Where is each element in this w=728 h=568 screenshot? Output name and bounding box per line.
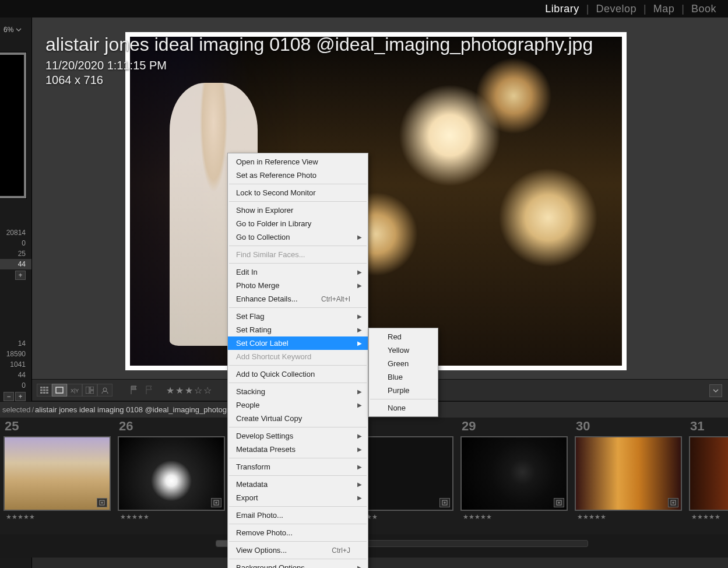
ctx-separator	[229, 263, 367, 264]
filmstrip-cell[interactable]: 31★★★★★	[685, 418, 728, 528]
compare-view-icon[interactable]: X|Y	[67, 384, 82, 397]
toolbar-menu-button[interactable]	[709, 384, 722, 397]
chevron-down-icon	[713, 388, 719, 394]
grid-view-icon[interactable]	[37, 384, 52, 397]
ctx-remove-photo[interactable]: Remove Photo...	[228, 526, 368, 539]
context-menu: Open in Reference View Set as Reference …	[227, 153, 368, 568]
ctx-transform[interactable]: Transform▶	[228, 460, 368, 474]
ctx-set-rating[interactable]: Set Rating▶	[228, 323, 368, 336]
submenu-arrow-icon: ▶	[357, 234, 362, 240]
count-value: 20814	[0, 227, 31, 238]
zoom-indicator[interactable]: 6%	[3, 26, 22, 34]
count-value-selected[interactable]: 44	[0, 259, 31, 269]
ctx-separator	[229, 383, 367, 383]
filmstrip-rating[interactable]: ★★★★★	[687, 511, 728, 521]
metadata-badge-icon[interactable]	[668, 498, 678, 507]
rating-stars[interactable]: ★★★☆☆	[166, 385, 213, 396]
ctx-view-options[interactable]: View Options...Ctrl+J	[228, 544, 368, 557]
ctx-shortcut: Ctrl+J	[332, 546, 350, 555]
flag-pick-icon[interactable]	[130, 385, 142, 395]
ctx-edit-in[interactable]: Edit In▶	[228, 265, 368, 279]
svg-point-14	[103, 388, 107, 391]
photo-frame[interactable]	[125, 32, 627, 370]
ctx-photo-merge[interactable]: Photo Merge▶	[228, 279, 368, 292]
color-green[interactable]: Green	[369, 357, 438, 370]
filmstrip-rating[interactable]: ★★★★★	[1, 511, 113, 521]
filmstrip-rating[interactable]: ★★★★★	[115, 511, 227, 521]
color-yellow[interactable]: Yellow	[369, 343, 438, 357]
filmstrip-thumbnail[interactable]	[3, 436, 111, 511]
ctx-add-quick-collection[interactable]: Add to Quick Collection	[228, 367, 368, 381]
filmstrip-cell[interactable]: 29★★★★★	[457, 418, 571, 528]
ctx-separator	[370, 399, 437, 399]
svg-rect-13	[90, 391, 94, 394]
ctx-goto-folder[interactable]: Go to Folder in Library	[228, 217, 368, 230]
filmstrip-index: 31	[687, 418, 728, 436]
filmstrip-index: 30	[572, 418, 684, 436]
survey-view-icon[interactable]	[82, 384, 97, 397]
ctx-metadata-presets[interactable]: Metadata Presets▶	[228, 443, 368, 456]
count-value: 44	[0, 370, 31, 380]
ctx-enhance-details[interactable]: Enhance Details...Ctrl+Alt+I	[228, 292, 368, 306]
module-map[interactable]: Map	[646, 3, 682, 15]
submenu-arrow-icon: ▶	[357, 340, 362, 346]
ctx-set-flag[interactable]: Set Flag▶	[228, 310, 368, 323]
metadata-badge-icon[interactable]	[211, 498, 221, 507]
filmstrip-thumbnail[interactable]	[460, 436, 568, 511]
ctx-lock-monitor[interactable]: Lock to Second Monitor	[228, 186, 368, 199]
metadata-badge-icon[interactable]	[554, 498, 564, 507]
ctx-open-reference[interactable]: Open in Reference View	[228, 155, 368, 169]
ctx-set-reference[interactable]: Set as Reference Photo	[228, 169, 368, 182]
submenu-arrow-icon: ▶	[357, 402, 362, 408]
filmstrip-cell[interactable]: 30★★★★★	[571, 418, 685, 528]
ctx-export[interactable]: Export▶	[228, 491, 368, 504]
svg-rect-9	[56, 387, 63, 393]
flag-reject-icon[interactable]	[145, 385, 157, 395]
people-view-icon[interactable]	[97, 384, 112, 397]
svg-rect-7	[43, 392, 45, 394]
add-button[interactable]: +	[15, 392, 26, 401]
navigator-thumbnail[interactable]	[0, 52, 26, 198]
module-library[interactable]: Library	[538, 3, 586, 15]
ctx-email-photo[interactable]: Email Photo...	[228, 509, 368, 522]
crumb-separator: /	[31, 405, 34, 414]
ctx-separator	[229, 541, 367, 542]
remove-button[interactable]: −	[3, 392, 14, 401]
color-red[interactable]: Red	[369, 330, 438, 343]
color-purple[interactable]: Purple	[369, 384, 438, 397]
filmstrip-cell[interactable]: 26★★★★★	[114, 418, 228, 528]
ctx-develop-settings[interactable]: Develop Settings▶	[228, 429, 368, 443]
module-book[interactable]: Book	[684, 3, 723, 15]
filmstrip-cell[interactable]: 25★★★★★	[0, 418, 114, 528]
count-list-b: 14 18590 1041 44 0 − +	[0, 338, 31, 402]
filmstrip-rating[interactable]: ★★★★★	[572, 511, 684, 521]
ctx-stacking[interactable]: Stacking▶	[228, 385, 368, 398]
submenu-arrow-icon: ▶	[357, 269, 362, 275]
metadata-badge-icon[interactable]	[97, 498, 107, 507]
ctx-shortcut: Ctrl+Alt+I	[321, 295, 350, 303]
submenu-arrow-icon: ▶	[357, 327, 362, 333]
module-develop[interactable]: Develop	[589, 3, 644, 15]
filmstrip-index: 26	[115, 418, 227, 436]
filmstrip-thumbnail[interactable]	[118, 436, 225, 511]
ctx-metadata[interactable]: Metadata▶	[228, 478, 368, 491]
filmstrip-rating[interactable]: ★★★★★	[458, 511, 570, 521]
add-button[interactable]: +	[15, 271, 26, 280]
filmstrip-thumbnail[interactable]	[575, 436, 682, 511]
metadata-badge-icon[interactable]	[439, 498, 450, 507]
color-none[interactable]: None	[369, 401, 438, 415]
svg-rect-12	[90, 387, 94, 390]
ctx-people[interactable]: People▶	[228, 398, 368, 412]
ctx-set-color-label[interactable]: Set Color Label▶	[228, 336, 368, 350]
svg-rect-0	[40, 387, 43, 388]
color-blue[interactable]: Blue	[369, 370, 438, 384]
ctx-show-explorer[interactable]: Show in Explorer	[228, 204, 368, 217]
ctx-background-options[interactable]: Background Options▶	[228, 561, 368, 568]
ctx-goto-collection[interactable]: Go to Collection▶	[228, 230, 368, 244]
ctx-separator	[229, 246, 367, 246]
svg-rect-3	[40, 390, 43, 391]
ctx-virtual-copy[interactable]: Create Virtual Copy	[228, 412, 368, 425]
count-value: 14	[0, 338, 31, 349]
filmstrip-thumbnail[interactable]	[689, 436, 728, 511]
loupe-view-icon[interactable]	[52, 384, 67, 397]
